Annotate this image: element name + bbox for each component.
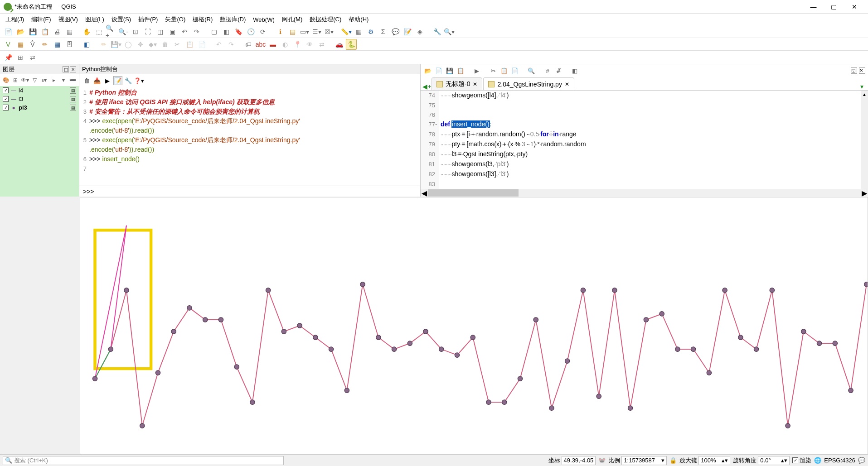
zoom-last-icon[interactable]: ↶ (179, 26, 190, 37)
run-icon[interactable]: ▶ (103, 76, 112, 85)
select-value-icon[interactable]: ☰▾ (311, 26, 322, 37)
layer-checkbox[interactable]: ✓ (3, 96, 9, 102)
undo-icon[interactable]: ↶ (213, 39, 224, 50)
zoom-selection-icon[interactable]: ◫ (155, 26, 165, 37)
save-as-file-icon[interactable]: 📋 (456, 66, 465, 75)
editor-hscrollbar[interactable]: ◀ ▶ (421, 189, 868, 197)
show-label-icon[interactable]: 👁 (304, 39, 315, 50)
cut-text-icon[interactable]: ✂ (489, 66, 498, 75)
sigma-icon[interactable]: Σ (378, 26, 388, 37)
measure-icon[interactable]: 📏▾ (341, 26, 352, 37)
minimize-button[interactable]: — (803, 0, 824, 14)
select-icon[interactable]: ▭▾ (299, 26, 310, 37)
editor-tab[interactable]: 无标题-0✕ (432, 77, 482, 90)
expression-icon[interactable]: ε▾ (40, 76, 48, 85)
new-map-view-icon[interactable]: ▢ (209, 26, 219, 37)
eye-icon[interactable]: 👁▾ (21, 76, 29, 85)
python-console-icon[interactable]: 🐍 (346, 39, 357, 50)
editor-close-icon[interactable]: ✕ (859, 67, 865, 74)
layer-checkbox[interactable]: ✓ (3, 87, 9, 93)
search-input[interactable]: 🔍 搜索 (Ctrl+K) (3, 456, 284, 465)
paste-icon[interactable]: 📄 (196, 39, 207, 50)
tab-dropdown-icon[interactable]: ▾ (857, 83, 866, 90)
save-file-icon[interactable]: 💾 (445, 66, 454, 75)
zoom-native-icon[interactable]: ⊡ (130, 26, 141, 37)
uncomment-icon[interactable]: #̸ (554, 66, 563, 75)
maximize-button[interactable]: ▢ (824, 0, 844, 14)
pyconsole-input[interactable]: >>> (79, 186, 420, 197)
collapse-icon[interactable]: ▾ (59, 76, 68, 85)
render-check[interactable]: ✓ 渲染 (792, 456, 811, 465)
annotation-icon[interactable]: 📝 (402, 26, 413, 37)
scale-value[interactable]: 1:15739587▾ (621, 456, 667, 465)
menu-item[interactable]: 编辑(E) (29, 14, 53, 24)
delete-selected-icon[interactable]: 🗑 (160, 39, 170, 50)
zoom-in-icon[interactable]: 🔍+ (106, 26, 116, 37)
import-icon[interactable]: 📥 (92, 76, 102, 85)
new-3d-view-icon[interactable]: ◧ (221, 26, 232, 37)
run-script-icon[interactable]: ▶ (472, 66, 481, 75)
new-shapefile-icon[interactable]: V̊ (27, 39, 38, 50)
add-group-icon[interactable]: ⊞ (11, 76, 19, 85)
layer-item[interactable]: ✓—l4▤ (0, 86, 79, 95)
save-icon[interactable]: 💾 (27, 26, 38, 37)
menu-item[interactable]: Web(W) (250, 15, 277, 24)
panel-float-icon[interactable]: ◱ (63, 66, 69, 72)
print-layout-icon[interactable]: 🖨 (52, 26, 63, 37)
comment-icon[interactable]: # (543, 66, 552, 75)
menu-item[interactable]: 帮助(H) (346, 14, 371, 24)
editor-body[interactable]: ▲ 74········showgeoms([l4],·'l4')757677-… (421, 91, 868, 189)
menu-item[interactable]: 工程(J) (3, 14, 27, 24)
new-geopackage-icon[interactable]: ▦ (52, 39, 63, 50)
options-icon[interactable]: 🔧 (124, 76, 133, 85)
copy-icon[interactable]: 📋 (184, 39, 195, 50)
rot-value[interactable]: 0.0°▴▾ (758, 456, 790, 465)
menu-item[interactable]: 视图(V) (56, 14, 81, 24)
save-as-icon[interactable]: 📋 (39, 26, 50, 37)
toggle-edit-icon[interactable]: ✏ (98, 39, 109, 50)
style-icon[interactable]: 🎨 (2, 76, 10, 85)
layer-item[interactable]: ✓●pl3▤ (0, 103, 79, 112)
table-icon[interactable]: ▤ (287, 26, 298, 37)
menu-item[interactable]: 网孔(M) (279, 14, 305, 24)
refresh-icon[interactable]: ⟳ (257, 26, 268, 37)
pan-icon[interactable]: ✋ (81, 26, 92, 37)
move-feature-icon[interactable]: ✥ (135, 39, 146, 50)
messages-icon[interactable]: 💬 (858, 457, 865, 464)
add-feature-icon[interactable]: ◯ (123, 39, 134, 50)
label-tool-icon[interactable]: abc (255, 39, 266, 50)
edit-pencil-icon[interactable]: ✏ (39, 39, 50, 50)
label-icon[interactable]: 🏷 (243, 39, 254, 50)
new-bookmark-icon[interactable]: 🔖 (233, 26, 244, 37)
temporal-icon[interactable]: 🕐 (245, 26, 256, 37)
tab-close-icon[interactable]: ✕ (473, 81, 477, 87)
close-button[interactable]: ✕ (844, 0, 864, 14)
open-project-icon[interactable]: 📂 (15, 26, 26, 37)
editor-tab[interactable]: 2.04_QgsLineString.py✕ (483, 77, 574, 90)
find-icon[interactable]: 🔍 (527, 66, 536, 75)
snap-icon[interactable]: ⊞ (15, 52, 26, 63)
plugin-manager-icon[interactable]: 🚗 (334, 39, 344, 50)
lock-icon[interactable]: 🔒 (669, 457, 677, 464)
toolbox-icon[interactable]: 🔧 (432, 26, 442, 37)
pyconsole-output[interactable]: 1# Python 控制台2# 使用 iface 访问 QGIS API 接口或… (79, 87, 420, 186)
map-tips-icon[interactable]: 💬 (390, 26, 401, 37)
menu-item[interactable]: 插件(P) (136, 14, 160, 24)
save-edits-icon[interactable]: 💾▾ (111, 39, 121, 50)
layer-checkbox[interactable]: ✓ (3, 105, 9, 110)
virtual-layer-icon[interactable]: ◧ (81, 39, 92, 50)
copy-text-icon[interactable]: 📋 (499, 66, 509, 75)
menu-item[interactable]: 栅格(R) (190, 14, 215, 24)
new-spatialite-icon[interactable]: 🗄 (64, 39, 75, 50)
mag-value[interactable]: 100%▴▾ (698, 456, 730, 465)
editor-float-icon[interactable]: ◱ (851, 67, 857, 74)
menu-item[interactable]: 数据库(D) (217, 14, 248, 24)
layer-item[interactable]: ✓—l3▤ (0, 95, 79, 103)
tab-close-icon[interactable]: ✕ (565, 81, 569, 87)
deselect-icon[interactable]: ☒▾ (324, 26, 335, 37)
help-icon[interactable]: ❓▾ (134, 76, 143, 85)
stats-icon[interactable]: ▦ (353, 26, 364, 37)
zoom-layer-icon[interactable]: ▣ (167, 26, 178, 37)
pin-label-icon[interactable]: 📍 (292, 39, 303, 50)
panel-close-icon[interactable]: ✕ (70, 66, 76, 72)
